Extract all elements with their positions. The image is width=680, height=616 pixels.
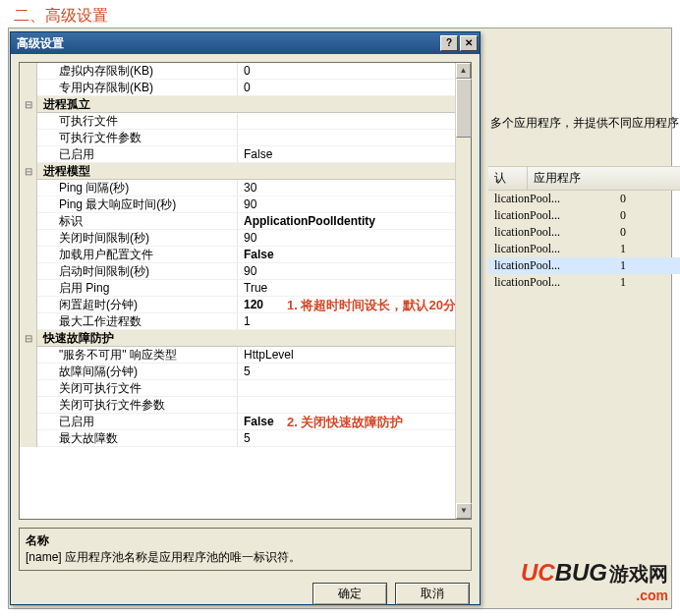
bg-header-col1[interactable]: 认: [488, 167, 528, 190]
property-label: 加载用户配置文件: [37, 247, 238, 263]
property-row[interactable]: 故障间隔(分钟)5: [20, 364, 455, 380]
vertical-scrollbar[interactable]: ▲ ▼: [455, 63, 471, 519]
property-row[interactable]: 闲置超时(分钟)1201. 将超时时间设长，默认20分钟: [20, 297, 455, 313]
property-row[interactable]: 加载用户配置文件False: [20, 247, 455, 263]
property-label: 启用 Ping: [37, 280, 238, 297]
property-value[interactable]: 90: [238, 263, 455, 280]
cancel-button[interactable]: 取消: [395, 583, 470, 605]
property-value[interactable]: 0: [238, 63, 455, 80]
collapse-icon[interactable]: ⊟: [20, 330, 37, 347]
property-label: 最大工作进程数: [37, 313, 238, 330]
property-value[interactable]: False: [238, 146, 455, 163]
property-label: 专用内存限制(KB): [37, 80, 238, 96]
bg-table-row[interactable]: licationPool...1: [488, 274, 680, 291]
property-row[interactable]: 启用 PingTrue: [20, 280, 455, 297]
property-value[interactable]: [238, 380, 455, 397]
property-row[interactable]: 虚拟内存限制(KB)0: [20, 63, 455, 80]
row-gutter: [20, 280, 37, 297]
row-gutter: [20, 180, 37, 196]
property-label: 可执行文件参数: [37, 130, 238, 146]
property-category[interactable]: ⊟快速故障防护: [20, 330, 455, 347]
property-value[interactable]: 0: [238, 80, 455, 96]
row-gutter: [20, 196, 37, 213]
collapse-icon[interactable]: ⊟: [20, 96, 37, 113]
dialog-title: 高级设置: [17, 35, 438, 52]
annotation: 1. 将超时时间设长，默认20分钟: [287, 297, 455, 313]
row-gutter: [20, 113, 37, 130]
logo-uc: UC: [521, 559, 555, 586]
scroll-down-button[interactable]: ▼: [456, 503, 472, 519]
bg-header-col2[interactable]: 应用程序: [528, 167, 680, 190]
page-heading: 二、高级设置: [0, 0, 680, 30]
property-value[interactable]: 5: [238, 364, 455, 380]
description-panel: 名称 [name] 应用程序池名称是应用程序池的唯一标识符。: [19, 528, 472, 571]
property-value[interactable]: 1201. 将超时时间设长，默认20分钟: [238, 297, 455, 313]
bg-count-cell: 1: [616, 258, 680, 273]
bg-count-cell: 1: [616, 242, 680, 256]
property-label: 关闭时间限制(秒): [37, 230, 238, 247]
category-spacer: [238, 163, 455, 180]
property-row[interactable]: 最大工作进程数1: [20, 313, 455, 330]
property-row[interactable]: 可执行文件参数: [20, 130, 455, 146]
property-row[interactable]: 启动时间限制(秒)90: [20, 263, 455, 280]
property-row[interactable]: 标识ApplicationPoolIdentity: [20, 213, 455, 230]
collapse-icon[interactable]: ⊟: [20, 163, 37, 180]
property-category[interactable]: ⊟进程模型: [20, 163, 455, 180]
watermark-logo: UCBUG游戏网 .com: [521, 562, 668, 606]
property-label: Ping 间隔(秒): [37, 180, 238, 196]
property-row[interactable]: 关闭时间限制(秒)90: [20, 230, 455, 247]
property-row[interactable]: 已启用False2. 关闭快速故障防护: [20, 414, 455, 430]
help-button[interactable]: ?: [440, 35, 458, 51]
property-value[interactable]: True: [238, 280, 455, 297]
bg-pool-cell: licationPool...: [488, 242, 616, 256]
property-label: "服务不可用" 响应类型: [37, 347, 238, 364]
property-value[interactable]: 90: [238, 196, 455, 213]
row-gutter: [20, 247, 37, 263]
close-button[interactable]: ✕: [460, 35, 478, 51]
scroll-thumb[interactable]: [456, 79, 472, 138]
property-value[interactable]: [238, 113, 455, 130]
property-value[interactable]: [238, 130, 455, 146]
category-spacer: [238, 96, 455, 113]
scroll-up-button[interactable]: ▲: [456, 63, 471, 79]
row-gutter: [20, 263, 37, 280]
property-value[interactable]: 90: [238, 230, 455, 247]
category-spacer: [238, 330, 455, 347]
bg-table-row[interactable]: licationPool...0: [488, 191, 680, 207]
property-row[interactable]: "服务不可用" 响应类型HttpLevel: [20, 347, 455, 364]
property-category[interactable]: ⊟进程孤立: [20, 96, 455, 113]
property-row[interactable]: Ping 间隔(秒)30: [20, 180, 455, 196]
row-gutter: [20, 146, 37, 163]
property-row[interactable]: Ping 最大响应时间(秒)90: [20, 196, 455, 213]
property-value[interactable]: 5: [238, 430, 455, 447]
property-value[interactable]: 30: [238, 180, 455, 196]
row-gutter: [20, 213, 37, 230]
property-row[interactable]: 专用内存限制(KB)0: [20, 80, 455, 96]
property-value[interactable]: ApplicationPoolIdentity: [238, 213, 455, 230]
property-value[interactable]: False2. 关闭快速故障防护: [238, 414, 455, 430]
bg-pool-cell: licationPool...: [488, 258, 616, 273]
row-gutter: [20, 430, 37, 447]
property-label: 标识: [37, 213, 238, 230]
property-value[interactable]: False: [238, 247, 455, 263]
property-value[interactable]: HttpLevel: [238, 347, 455, 364]
bg-table-row[interactable]: licationPool...1: [488, 257, 680, 274]
row-gutter: [20, 380, 37, 397]
property-row[interactable]: 最大故障数5: [20, 430, 455, 447]
property-value[interactable]: [238, 397, 455, 414]
property-row[interactable]: 关闭可执行文件: [20, 380, 455, 397]
bg-table-row[interactable]: licationPool...0: [488, 207, 680, 224]
bg-table-row[interactable]: licationPool...1: [488, 241, 680, 257]
bg-count-cell: 0: [616, 192, 680, 206]
category-label: 进程孤立: [37, 96, 238, 113]
property-row[interactable]: 已启用False: [20, 146, 455, 163]
property-value[interactable]: 1: [238, 313, 455, 330]
row-gutter: [20, 364, 37, 380]
property-row[interactable]: 可执行文件: [20, 113, 455, 130]
ok-button[interactable]: 确定: [312, 583, 387, 605]
property-row[interactable]: 关闭可执行文件参数: [20, 397, 455, 414]
bg-count-cell: 0: [616, 208, 680, 223]
row-gutter: [20, 297, 37, 313]
titlebar[interactable]: 高级设置 ? ✕: [11, 32, 480, 54]
bg-table-row[interactable]: licationPool...0: [488, 224, 680, 241]
